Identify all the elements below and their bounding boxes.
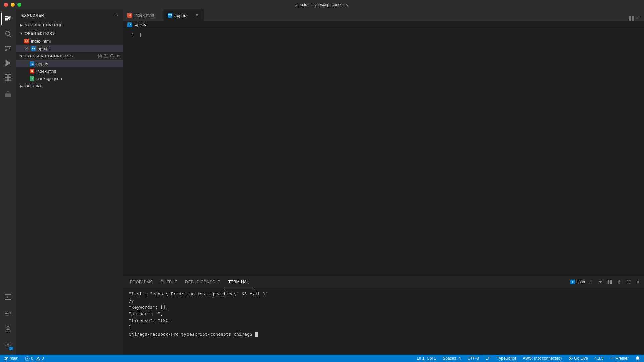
project-header[interactable]: ▼ TYPESCRIPT-CONCEPTS [16, 52, 123, 60]
titlebar-buttons [4, 3, 21, 7]
tab-app-ts[interactable]: TS app.ts ✕ [164, 9, 204, 21]
svg-line-1 [9, 35, 11, 37]
tab-index-html[interactable]: H index.html [123, 9, 164, 21]
sidebar-header: EXPLORER ··· [16, 9, 123, 21]
tab-output[interactable]: OUTPUT [157, 276, 181, 288]
status-language[interactable]: TypeScript [496, 355, 518, 362]
terminal-line-7: Chirags-MacBook-Pro:typescript-concepts … [129, 330, 639, 337]
terminal-line-6: } [129, 324, 639, 330]
status-errors[interactable]: ✕ 0 ! 0 [24, 355, 45, 362]
split-terminal-button[interactable] [606, 279, 613, 285]
account-activity-icon[interactable] [1, 322, 15, 336]
open-editor-app-ts[interactable]: ✕ TS app.ts [16, 45, 123, 52]
tab-terminal[interactable]: TERMINAL [224, 276, 253, 288]
maximize-panel-button[interactable] [625, 279, 632, 285]
svg-rect-16 [608, 280, 609, 284]
html-file-icon-proj: H [30, 69, 34, 73]
project-label: TYPESCRIPT-CONCEPTS [25, 54, 73, 58]
add-terminal-button[interactable] [588, 279, 594, 285]
terminal-line-5: "license": "ISC" [129, 317, 639, 324]
tab-app-ts-close[interactable]: ✕ [194, 13, 200, 18]
status-line-col[interactable]: Ln 1, Col 1 [415, 355, 437, 362]
sidebar-title: EXPLORER [21, 13, 44, 17]
maximize-button[interactable] [17, 3, 21, 7]
editor-content[interactable]: 1 [123, 28, 644, 276]
branch-name: main [10, 356, 18, 361]
outline-header[interactable]: ▶ OUTLINE [16, 82, 123, 90]
kill-terminal-dropdown-button[interactable] [597, 279, 604, 285]
file-index-html-name: index.html [36, 69, 56, 74]
open-editor-index-html[interactable]: H index.html [16, 37, 123, 45]
source-control-header[interactable]: ▶ SOURCE CONTROL [16, 21, 123, 29]
main-layout: aws 1 EXPLORER ··· ▶ SOURCE CONTROL [0, 9, 644, 355]
close-panel-button[interactable] [635, 279, 641, 285]
status-spaces[interactable]: Spaces: 4 [441, 355, 462, 362]
refresh-button[interactable] [109, 53, 115, 59]
errors-count: 0 [31, 356, 33, 361]
split-editor-button[interactable] [629, 15, 634, 21]
json-file-icon: J [30, 76, 34, 81]
tab-problems[interactable]: PROBLEMS [126, 276, 157, 288]
status-line-ending[interactable]: LF [484, 355, 492, 362]
status-go-live[interactable]: Go Live [567, 355, 589, 362]
status-notifications[interactable] [634, 355, 641, 362]
tab-html-icon: H [127, 13, 132, 18]
status-branch[interactable]: main [3, 355, 20, 362]
aws-activity-icon[interactable]: aws [1, 306, 15, 320]
docker-activity-icon[interactable] [1, 87, 15, 101]
tab-terminal-label: TERMINAL [228, 280, 249, 284]
sidebar-scroll: ▶ SOURCE CONTROL ▼ OPEN EDITORS H index.… [16, 21, 123, 355]
close-button[interactable] [4, 3, 8, 7]
new-folder-button[interactable] [103, 53, 109, 59]
explorer-activity-icon[interactable] [1, 12, 15, 25]
project-section: ▼ TYPESCRIPT-CONCEPTS [16, 52, 123, 82]
status-aws[interactable]: AWS: (not connected) [521, 355, 563, 362]
svg-text:!: ! [38, 357, 38, 360]
collapse-button[interactable] [115, 53, 121, 59]
tab-problems-label: PROBLEMS [130, 280, 153, 284]
breadcrumb-filename: app.ts [135, 22, 146, 27]
svg-rect-14 [629, 16, 631, 21]
file-package-json[interactable]: J package.json [16, 75, 123, 82]
file-app-ts[interactable]: TS app.ts [16, 60, 123, 67]
sidebar-more-button[interactable]: ··· [114, 13, 118, 18]
more-actions-button[interactable]: ··· [637, 15, 641, 21]
file-index-html[interactable]: H index.html [16, 67, 123, 75]
titlebar: app.ts — typescript-concepts [0, 0, 644, 9]
language-text: TypeScript [497, 356, 516, 361]
svg-point-0 [6, 31, 10, 36]
svg-point-13 [7, 344, 9, 346]
status-version[interactable]: 4.3.5 [593, 355, 605, 362]
new-file-button[interactable] [97, 53, 103, 59]
status-encoding[interactable]: UTF-8 [466, 355, 480, 362]
project-chevron: ▼ [19, 53, 24, 59]
open-editors-section: ▼ OPEN EDITORS H index.html ✕ TS app.ts [16, 29, 123, 52]
source-control-chevron: ▶ [19, 22, 24, 28]
minimize-button[interactable] [11, 3, 15, 7]
source-control-label: SOURCE CONTROL [25, 23, 62, 27]
project-folder-actions [97, 53, 121, 59]
line-ending-text: LF [486, 356, 490, 361]
terminal-activity-icon[interactable] [1, 290, 15, 304]
open-editors-header[interactable]: ▼ OPEN EDITORS [16, 29, 123, 37]
file-app-ts-name: app.ts [36, 61, 48, 66]
go-live-text: Go Live [574, 356, 588, 361]
svg-point-12 [7, 327, 9, 329]
source-control-activity-icon[interactable] [1, 42, 15, 55]
aws-text: AWS: (not connected) [523, 356, 562, 361]
sidebar-actions: ··· [114, 13, 118, 18]
line-number-1: 1 [123, 32, 140, 37]
delete-terminal-button[interactable] [616, 279, 623, 285]
tab-debug-console[interactable]: DEBUG CONSOLE [181, 276, 224, 288]
svg-rect-9 [5, 78, 8, 81]
run-activity-icon[interactable] [1, 56, 15, 70]
terminal-content[interactable]: "test": "echo \"Error: no test specified… [123, 288, 644, 355]
svg-point-4 [6, 50, 7, 51]
close-app-ts-button[interactable]: ✕ [24, 46, 30, 51]
search-activity-icon[interactable] [1, 27, 15, 40]
status-bar-right: Ln 1, Col 1 Spaces: 4 UTF-8 LF TypeScrip… [415, 355, 641, 362]
status-prettier[interactable]: Prettier [609, 355, 630, 362]
terminal-line-4: "author": "", [129, 310, 639, 317]
extensions-activity-icon[interactable] [1, 71, 15, 84]
settings-activity-icon[interactable]: 1 [1, 339, 15, 352]
